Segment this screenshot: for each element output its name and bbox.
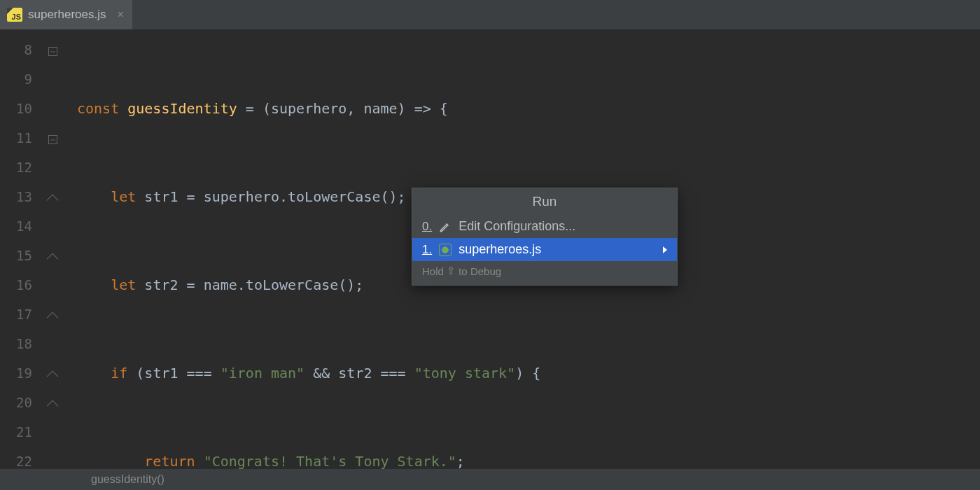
- menu-item-label: Edit Configurations...: [458, 219, 575, 234]
- fold-end-icon[interactable]: [47, 253, 59, 265]
- popup-hint: Hold ⇧ to Debug: [412, 261, 677, 285]
- code-line: if (str1 === "iron man" && str2 === "ton…: [63, 358, 980, 388]
- tab-filename: superheroes.js: [28, 8, 106, 22]
- fold-end-icon[interactable]: [47, 371, 59, 383]
- code-line: return "Congrats! That's Tony Stark.";: [63, 447, 980, 476]
- line-number-gutter: 8910 111213 141516 171819 202122: [0, 29, 42, 469]
- tab-bar: JS superheroes.js ×: [0, 0, 980, 29]
- fold-end-icon[interactable]: [47, 195, 59, 206]
- menu-item-edit-configurations[interactable]: 0. Edit Configurations...: [412, 215, 677, 238]
- fold-end-icon[interactable]: [47, 400, 59, 412]
- fold-end-icon[interactable]: [47, 312, 59, 324]
- shift-key-icon: ⇧: [447, 265, 456, 277]
- popup-title: Run: [412, 188, 677, 215]
- menu-item-run-file[interactable]: 1. superheroes.js: [412, 238, 677, 261]
- menu-item-shortcut: 0.: [422, 220, 432, 234]
- fold-collapse-icon[interactable]: [48, 135, 57, 144]
- run-popup: Run 0. Edit Configurations... 1. superhe…: [412, 188, 678, 286]
- fold-gutter: [42, 29, 63, 469]
- nodejs-icon: [439, 244, 451, 256]
- code-line: const guessIdentity = (superhero, name) …: [63, 94, 980, 123]
- fold-collapse-icon[interactable]: [48, 47, 57, 56]
- menu-item-shortcut: 1.: [422, 243, 432, 257]
- menu-item-label: superheroes.js: [458, 242, 541, 257]
- pencil-icon: [439, 220, 451, 233]
- js-file-icon: JS: [7, 8, 22, 22]
- submenu-arrow-icon: [663, 246, 667, 253]
- close-icon[interactable]: ×: [118, 8, 124, 21]
- file-tab[interactable]: JS superheroes.js ×: [0, 0, 132, 29]
